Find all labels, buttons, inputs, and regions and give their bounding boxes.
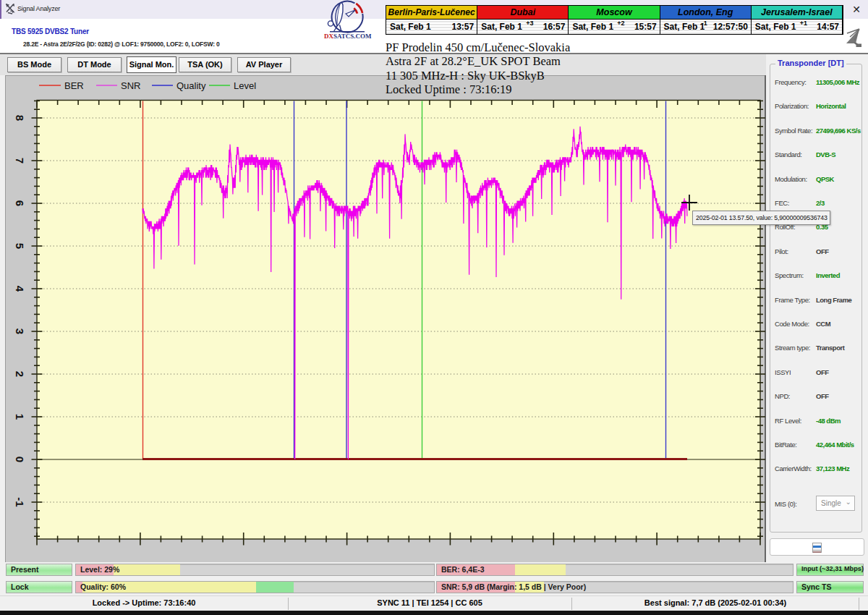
svg-text:1: 1: [14, 414, 26, 420]
svg-text:4: 4: [14, 286, 26, 292]
svg-text:-1: -1: [14, 497, 26, 506]
svg-text:5: 5: [14, 243, 26, 249]
svg-text:6: 6: [14, 200, 26, 206]
svg-text:2: 2: [14, 371, 26, 377]
svg-text:BER: BER: [64, 80, 84, 91]
svg-text:8: 8: [14, 115, 26, 121]
svg-text:7: 7: [14, 158, 26, 164]
svg-text:3: 3: [14, 328, 26, 334]
svg-text:Quality: Quality: [176, 80, 206, 91]
svg-text:0: 0: [14, 457, 26, 462]
svg-text:SNR: SNR: [121, 80, 140, 91]
svg-text:Level: Level: [234, 80, 256, 91]
